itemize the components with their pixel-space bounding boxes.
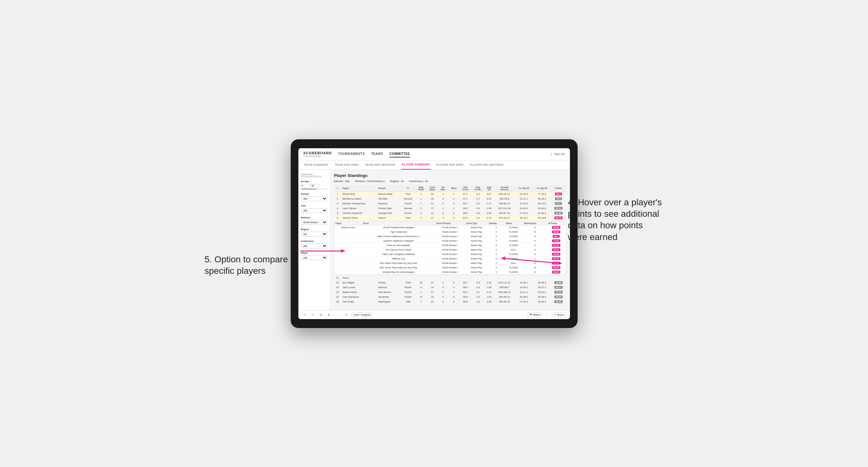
- exp-cell-impact: +1: [523, 243, 547, 247]
- cell-vs25: 27-10-2: [515, 211, 533, 216]
- filter-slider[interactable]: [301, 189, 328, 189]
- cell-points[interactable]: 40.27: [551, 285, 566, 290]
- sign-out-link[interactable]: Sign out: [554, 152, 564, 156]
- redo-button[interactable]: ↪: [310, 313, 316, 317]
- cell-rank: 24: [334, 290, 341, 294]
- cell-avg-sg: 1.68: [484, 285, 494, 290]
- exp-cell-impact: +1: [523, 270, 547, 274]
- sub-nav-team-summary[interactable]: TEAM SUMMARY: [304, 160, 329, 169]
- top-nav: SCOREBOARD Powered by clippi TOURNAMENTS…: [298, 148, 570, 160]
- exp-cell-status: PLAYED: [505, 234, 523, 239]
- filter-no-rds-min[interactable]: [301, 184, 310, 187]
- points-badge-gray[interactable]: 80.89: [554, 212, 563, 215]
- exp-cell-player: [334, 252, 362, 256]
- sub-nav-player-summary[interactable]: PLAYER SUMMARY: [401, 160, 431, 169]
- cell-adj-score: 68.7: [459, 201, 471, 206]
- cell-points[interactable]: 39.95: [551, 294, 566, 299]
- cell-points[interactable]: 88.34: [551, 206, 566, 211]
- cell-avg-sg: 1.43: [484, 280, 494, 285]
- tablet-screen: SCOREBOARD Powered by clippi TOURNAMENTS…: [298, 148, 570, 319]
- nav-items: TOURNAMENTS TEAMS COMMITTEE: [338, 151, 551, 157]
- sub-nav-player-h2h-grid[interactable]: PLAYER H2H GRID: [436, 160, 464, 169]
- share-button[interactable]: ↗ Share: [552, 312, 566, 317]
- exp-cell-points: 18.50: [547, 252, 566, 256]
- logo-area: SCOREBOARD Powered by clippi: [304, 151, 332, 157]
- copy-button[interactable]: ⊕: [326, 313, 332, 317]
- clock-button[interactable]: ⏱: [343, 313, 349, 317]
- exp-cell-status: PLAYED: [505, 229, 523, 234]
- filter-conference-select[interactable]: (All): [301, 244, 328, 248]
- cell-rank: 4: [334, 206, 341, 211]
- nav-teams[interactable]: TEAMS: [371, 151, 383, 157]
- col-no-rds: NoRds.: [438, 185, 448, 192]
- cell-points[interactable]: 70.2: [551, 201, 566, 206]
- view-original-button[interactable]: View: Original: [351, 312, 372, 317]
- cell-rank: 6: [334, 216, 341, 220]
- cell-conf-rank: 27: [427, 216, 438, 220]
- filters-summary-row: Gender: Men Division: NCAA Division I Re…: [334, 180, 566, 183]
- cell-vs50: 33-39-2: [533, 294, 551, 299]
- filter-button[interactable]: ⊟: [318, 313, 323, 317]
- filter-year-select[interactable]: (All): [301, 208, 328, 213]
- cell-rank: 23: [334, 285, 341, 290]
- cell-rank: 5: [334, 211, 341, 216]
- cell-points[interactable]: 80.89: [551, 211, 566, 216]
- cell-yr: Fifth: [401, 299, 416, 304]
- exp-cell-rounds: 3: [488, 265, 505, 270]
- cell-player: Wenyi Ding: [341, 192, 377, 196]
- watch-button[interactable]: 👁 Watch: [528, 312, 542, 317]
- sub-nav-team-h2h-heatmap[interactable]: TEAM H2H HEATMAP: [364, 160, 396, 169]
- cell-points[interactable]: 40.02: [551, 290, 566, 294]
- cell-record: 616-168-12: [494, 290, 515, 294]
- download-button[interactable]: ↓: [545, 313, 549, 317]
- filters-sidebar: Update time: 27/01/2024 16:56:26 No Rds.: [298, 170, 330, 310]
- cell-points[interactable]: 38.49: [551, 299, 566, 304]
- points-badge-active[interactable]: 68.18: [554, 216, 563, 219]
- cell-points[interactable]: 76.3: [551, 196, 566, 201]
- arrow-bottom-left: [300, 251, 345, 251]
- filter-region-select[interactable]: N/A: [301, 232, 328, 237]
- points-badge-gray[interactable]: 70.2: [555, 202, 562, 205]
- cell-player: Christo Lamprecht: [341, 211, 377, 216]
- undo-button[interactable]: ↩: [302, 313, 308, 317]
- col-conf-rank: ConfRank: [427, 185, 438, 192]
- cell-yr: Fourth: [401, 290, 416, 294]
- cell-no-rds: 1: [438, 192, 448, 196]
- points-badge-gray[interactable]: 88.34: [554, 207, 563, 210]
- points-badge-gray[interactable]: 76.3: [555, 197, 562, 200]
- cell-points[interactable]: 40.68: [551, 280, 566, 285]
- cell-avg-sg: 3.07: [484, 192, 494, 196]
- content-area: Player Standings Gender: Men Division: N…: [330, 170, 570, 310]
- filter-no-rds-max[interactable]: [311, 184, 320, 187]
- cell-points[interactable]: 68.2: [551, 192, 566, 196]
- filter-player-select[interactable]: (All): [301, 255, 328, 260]
- exp-cell-player: [334, 243, 362, 247]
- exp-cell-division: NCAA Division I: [435, 270, 465, 274]
- cell-to-par: -2.0: [471, 201, 484, 206]
- exp-cell-impact: +1: [523, 239, 547, 243]
- points-badge[interactable]: 68.2: [555, 192, 562, 195]
- exp-cell-player: [334, 270, 362, 274]
- filter-division-select[interactable]: NCAA Division I: [301, 220, 328, 225]
- nav-tournaments[interactable]: TOURNAMENTS: [338, 151, 365, 157]
- cell-points[interactable]: 68.18: [551, 216, 566, 220]
- annotation-hover-points: 4. Hover over a player's points to see a…: [568, 197, 664, 243]
- exp-cell-player: [334, 234, 362, 239]
- exp-cell-points: 73.33: [547, 239, 566, 243]
- cell-conf-rank: 18: [427, 196, 438, 201]
- exp-cell-points: 24.11: [547, 247, 566, 252]
- cell-to-par: -2.3: [471, 285, 484, 290]
- cell-wins: 1: [448, 206, 459, 211]
- cell-player: Techs: [341, 275, 377, 280]
- exp-cell-impact: +0: [523, 265, 547, 270]
- cell-wins: 0: [448, 196, 459, 201]
- nav-committee[interactable]: COMMITTEE: [390, 151, 410, 157]
- sub-nav-player-h2h-heatmap[interactable]: PLAYER H2H HEATMAP: [469, 160, 504, 169]
- cell-yr: Fourth: [401, 211, 416, 216]
- cell-rank: 21: [334, 275, 341, 280]
- sub-nav-team-h2h-grid[interactable]: TEAM H2H GRID: [334, 160, 359, 169]
- cell-vs50: 17-23-0: [533, 192, 551, 196]
- filter-gender-select[interactable]: Men Women: [301, 196, 328, 201]
- separator-dots: · · ·: [334, 313, 341, 317]
- exp-cell-type: Stroke Play: [465, 270, 488, 274]
